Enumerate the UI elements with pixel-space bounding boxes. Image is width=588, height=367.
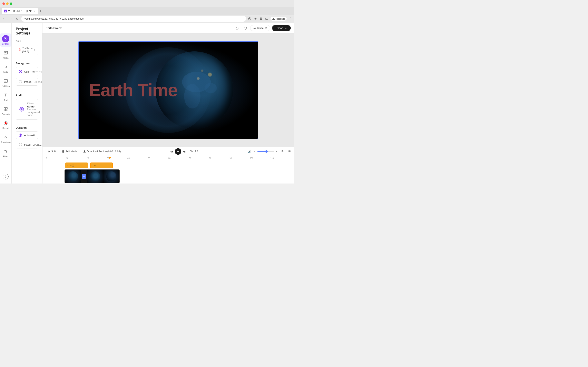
fixed-duration-option[interactable]: Fixed 00:25.1 [16, 141, 38, 149]
video-clip[interactable]: ⊞ [65, 169, 120, 183]
sidebar-item-audio[interactable]: Audio [0, 62, 11, 75]
size-section: Size YouTube (16:9) ▾ [16, 40, 38, 55]
incognito-label: Incognito [276, 17, 285, 20]
traffic-lights [2, 2, 12, 5]
color-radio-button[interactable] [19, 70, 22, 73]
timeline-tracks: 0 10 20 30 40 50 60 70 80 90 100 110 [43, 156, 294, 184]
undo-button[interactable] [234, 25, 240, 31]
audio-label: Audio [3, 71, 8, 73]
zoom-in-button[interactable]: + [275, 150, 278, 153]
video-frame: Earth Time [78, 41, 258, 139]
video-title-text: Earth Time [89, 81, 177, 99]
reload-button[interactable]: ↻ [15, 16, 20, 21]
clean-audio-text: Clean Audio Remove background noise [27, 102, 40, 117]
svg-rect-1 [260, 17, 261, 18]
url-input[interactable] [21, 16, 246, 22]
tab-close-button[interactable]: × [33, 9, 35, 12]
sidebar-item-settings[interactable]: Settings [0, 33, 11, 47]
split-label: Split [51, 150, 56, 153]
sidebar-item-text[interactable]: T Text [0, 90, 11, 103]
fixed-duration-value: 00:25.1 [33, 143, 42, 146]
svg-rect-13 [4, 108, 6, 109]
svg-point-19 [5, 150, 7, 152]
sidebar-item-filters[interactable]: Filters [0, 146, 11, 159]
text-clip-1[interactable]: ⏸ ··· ⣿ [65, 162, 88, 168]
video-track-row: ⊞ [46, 169, 291, 183]
sidebar-item-elements[interactable]: Elements [0, 104, 11, 117]
menu-button[interactable]: ⋮ [288, 17, 292, 21]
filters-label: Filters [3, 155, 8, 158]
toolbar-right: Invite Export [234, 25, 291, 31]
volume-icon[interactable]: 🔊 [248, 150, 251, 153]
back-button[interactable]: ← [2, 16, 7, 21]
audio-section-label: Audio [16, 94, 38, 97]
add-media-button[interactable]: Add Media [60, 149, 79, 154]
zoom-slider-thumb [265, 150, 268, 153]
active-tab[interactable]: V VEED CREATE | Edit × [2, 8, 38, 14]
play-button[interactable] [175, 148, 181, 155]
automatic-duration-option[interactable]: Automatic [16, 131, 38, 139]
svg-point-17 [5, 122, 7, 124]
sidebar-item-subtitles[interactable]: Subtitles [0, 76, 11, 89]
color-option[interactable]: Color #FF4F4A ✕ [16, 67, 38, 76]
invite-label: Invite [257, 26, 264, 30]
address-bar: ← → ↻ ★ Incognito ⋮ [0, 15, 294, 23]
extension-icon[interactable] [259, 17, 263, 21]
waveform-icon[interactable] [287, 150, 291, 154]
background-section: Background Color #FF4F4A ✕ Image Upload [16, 62, 38, 86]
forward-button[interactable]: → [8, 16, 13, 21]
svg-rect-2 [261, 17, 262, 18]
invite-button[interactable]: Invite [250, 25, 270, 31]
close-window-button[interactable] [2, 2, 5, 5]
svg-rect-8 [4, 51, 8, 54]
size-dropdown[interactable]: YouTube (16:9) ▾ [16, 45, 38, 55]
text-label: Text [4, 99, 8, 101]
image-option[interactable]: Image Upload [16, 78, 38, 86]
help-button[interactable]: ? [0, 172, 11, 181]
zoom-slider[interactable] [258, 151, 274, 152]
skip-forward-button[interactable]: ⏭ [183, 150, 186, 153]
fit-button[interactable]: Fit [280, 150, 286, 153]
split-button[interactable]: Split [46, 149, 58, 154]
time-display: 00:12:2 [188, 150, 200, 153]
automatic-label: Automatic [24, 134, 36, 137]
clean-audio-card[interactable]: Clean Audio Remove background noise [16, 99, 38, 120]
sidebar-item-record[interactable]: Record [0, 118, 11, 131]
upload-button[interactable]: Upload [34, 80, 42, 83]
minimize-window-button[interactable] [6, 2, 9, 5]
image-radio-button[interactable] [19, 80, 22, 83]
playhead [110, 157, 111, 182]
cast-icon[interactable] [265, 17, 269, 21]
elements-label: Elements [1, 113, 10, 115]
new-tab-button[interactable]: + [38, 8, 43, 13]
svg-point-7 [5, 38, 6, 39]
hamburger-menu-button[interactable] [0, 25, 11, 33]
clean-audio-icon [19, 106, 25, 113]
zoom-slider-container: − + [253, 150, 278, 153]
fixed-radio-button[interactable] [19, 143, 22, 146]
download-section-button[interactable]: Download Section (0:00 - 0:06) [81, 149, 122, 154]
redo-button[interactable] [242, 25, 249, 31]
automatic-radio-button[interactable] [19, 133, 22, 137]
audio-section: Audio Clean Audio Remove background nois… [16, 94, 38, 120]
video-thumb-3 [103, 170, 120, 183]
zoom-out-button[interactable]: − [253, 150, 256, 153]
svg-rect-15 [4, 109, 6, 111]
transitions-label: Transitions [1, 141, 11, 143]
sidebar-item-transitions[interactable]: Transitions [0, 132, 11, 145]
svg-rect-4 [261, 19, 262, 20]
video-canvas: Earth Time [43, 33, 294, 147]
bookmark-icon[interactable]: ★ [253, 17, 258, 21]
clean-audio-subtitle: Remove background noise [27, 108, 40, 117]
settings-label: Settings [2, 43, 9, 45]
skip-back-button[interactable]: ⏮ [170, 150, 173, 153]
earth-visual: Earth Time [79, 42, 258, 139]
text-clip-2-selected[interactable]: T ··· [90, 162, 113, 168]
maximize-window-button[interactable] [10, 2, 12, 5]
sidebar-item-media[interactable]: Media [0, 48, 11, 61]
export-button[interactable]: Export [272, 25, 291, 31]
record-label: Record [2, 127, 9, 129]
duration-section: Duration Automatic Fixed 00:25.1 [16, 126, 38, 149]
screen-reader-icon[interactable] [248, 17, 252, 21]
app-container: Settings Media Audio Subtitles T Text [0, 23, 294, 184]
